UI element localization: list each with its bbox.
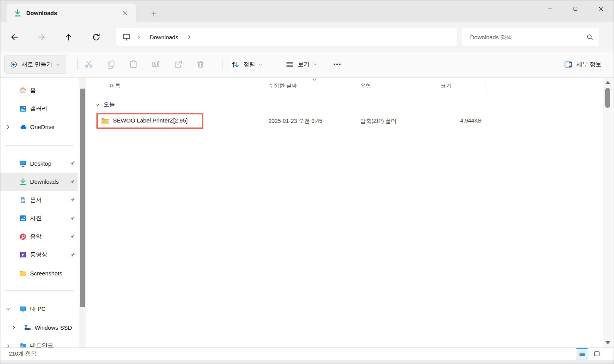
column-header-type[interactable]: 유형 [360,82,371,89]
sidebar-divider [5,145,74,146]
vertical-scrollbar[interactable] [603,78,612,347]
sidebar-item-screenshots[interactable]: Screenshots [0,264,78,283]
chevron-right-icon[interactable] [187,35,192,40]
item-count: 210개 항목 [9,350,37,357]
column-header-date[interactable]: 수정한 날짜 [268,82,297,89]
plus-icon [151,11,157,17]
sidebar-item-downloads[interactable]: Downloads [0,173,78,191]
sidebar-item-pictures[interactable]: 사진 [0,209,78,228]
onedrive-icon [19,123,27,131]
sort-button[interactable]: 정렬 [226,55,267,73]
column-separator[interactable] [434,81,434,92]
column-header-row: 이름 수정한 날짜 유형 크기 [86,78,602,95]
sidebar-item-network[interactable]: 네트워크 [0,337,78,347]
search-icon[interactable] [586,34,594,41]
pin-icon [70,234,75,239]
sidebar-item-this-pc[interactable]: 내 PC [0,300,78,319]
details-pane-icon [564,60,573,69]
sort-icon [231,60,240,69]
copy-icon [106,60,116,69]
column-separator[interactable] [265,81,265,92]
sidebar-item-label: 홈 [30,87,36,94]
forward-button[interactable] [34,29,49,45]
rename-button[interactable] [145,55,167,73]
paste-button[interactable] [122,55,145,73]
refresh-button[interactable] [88,29,104,45]
arrow-left-icon [10,33,19,42]
chevron-right-icon[interactable] [6,343,11,347]
close-button[interactable] [588,0,614,17]
cut-button[interactable] [78,55,100,73]
this-pc-icon[interactable] [122,33,131,41]
sidebar-item-gallery[interactable]: 갤러리 [0,100,78,118]
copy-button[interactable] [100,55,122,73]
search-box[interactable] [462,28,599,46]
chevron-right-icon[interactable] [11,325,16,330]
group-header-today[interactable]: 오늘 [86,98,602,113]
documents-icon [19,196,27,204]
chevron-down-icon[interactable] [95,102,100,107]
vertical-scrollbar-thumb[interactable] [605,88,610,108]
scroll-down-arrow[interactable] [606,341,610,344]
tab-downloads[interactable]: Downloads [7,3,136,22]
sidebar-item-label: 갤러리 [30,105,47,112]
file-date: 2025-01-23 오전 9:45 [268,117,322,125]
sidebar-scrollbar-thumb[interactable] [80,89,85,307]
chevron-down-icon[interactable] [6,307,11,312]
column-header-name[interactable]: 이름 [110,82,120,89]
sort-label: 정렬 [243,61,255,68]
sidebar-item-label: Windows-SSD [35,324,72,331]
sidebar-item-onedrive[interactable]: OneDrive [0,118,78,136]
minimize-button[interactable] [537,0,563,17]
refresh-icon [92,33,101,42]
file-name[interactable]: SEWOO Label PrinterZ[2.95] [113,117,187,124]
file-explorer-window: Downloads Downloads 새로 만들기 [0,0,614,364]
sidebar-item-windows-ssd[interactable]: Windows-SSD [0,319,78,337]
plus-circle-icon [10,61,17,68]
details-view-button[interactable] [576,348,588,359]
new-tab-button[interactable] [148,8,159,19]
column-header-size[interactable]: 크기 [440,82,451,89]
file-row[interactable]: SEWOO Label PrinterZ[2.95] 2025-01-23 오전… [86,113,602,129]
chevron-down-icon [258,62,263,67]
trash-icon [196,60,205,69]
new-button[interactable]: 새로 만들기 [4,55,66,74]
sidebar-item-desktop[interactable]: Desktop [0,154,78,173]
view-button[interactable]: 보기 [280,55,322,73]
breadcrumb-item-downloads[interactable]: Downloads [147,32,181,42]
maximize-icon [573,6,578,12]
sidebar-item-documents[interactable]: 문서 [0,191,78,210]
arrow-right-icon [37,33,46,42]
status-bar: 210개 항목 [0,347,614,360]
chevron-down-icon [56,62,61,67]
thumbnails-view-button[interactable] [590,348,603,359]
chevron-right-icon[interactable] [6,124,11,129]
tab-close-icon[interactable] [120,8,131,18]
back-button[interactable] [7,29,22,45]
sidebar-item-music[interactable]: 음악 [0,228,78,246]
sidebar-scrollbar[interactable] [79,78,86,347]
more-icon [332,60,342,69]
column-separator[interactable] [357,81,357,92]
sidebar-item-home[interactable]: 홈 [0,81,78,100]
network-icon [19,342,27,347]
maximize-button[interactable] [563,0,588,17]
more-options-button[interactable] [328,55,346,73]
window-bottom-edge [0,360,614,364]
window-controls [537,0,614,17]
search-input[interactable] [470,34,586,40]
folder-icon [19,269,27,277]
scroll-up-arrow[interactable] [606,81,610,84]
share-button[interactable] [167,55,189,73]
breadcrumb[interactable]: Downloads [116,28,457,46]
view-lines-icon [285,60,294,69]
delete-button[interactable] [189,55,212,73]
group-label: 오늘 [103,101,115,108]
chevron-right-icon[interactable] [136,35,141,40]
sidebar-item-videos[interactable]: 동영상 [0,246,78,264]
pin-icon [70,252,75,258]
column-separator[interactable] [486,81,486,92]
details-pane-button[interactable]: 세부 정보 [560,55,605,73]
tab-bar: Downloads [0,0,614,22]
up-button[interactable] [61,29,76,45]
